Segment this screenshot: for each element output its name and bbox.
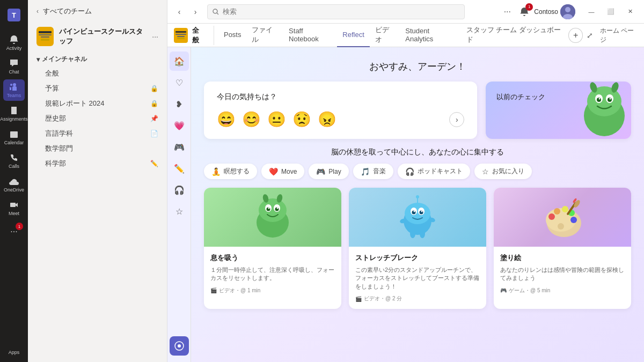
user-area[interactable]: Contoso: [534, 4, 575, 19]
tab-files-label: ファイル: [252, 25, 278, 45]
lock-icon: 🔒: [150, 85, 158, 92]
previous-card[interactable]: 以前のチェック: [486, 82, 631, 139]
tab-files[interactable]: ファイル: [246, 24, 283, 47]
activity-icon[interactable]: Activity: [3, 32, 25, 54]
activity-bar: T Activity Chat Teams Assignments Calend…: [0, 0, 28, 362]
card-breathe[interactable]: 息を吸う １分間一時停止して、注意深く呼吸し、フォーカスをリセットします。 🎬 …: [204, 188, 341, 309]
card-coloring-meta: 🎮 ゲーム・@ 5 min: [500, 287, 625, 294]
emoji-very-happy[interactable]: 😄: [217, 110, 236, 128]
minimize-button[interactable]: —: [582, 4, 601, 19]
mood-card: 今日の気持ちは？ 😄 😊 😐 😟 😠 ›: [204, 82, 477, 139]
tab-bar-right: ⤢ ホーム ページ: [583, 26, 638, 45]
content-cards: 息を吸う １分間一時停止して、注意深く呼吸し、フォーカスをリセットします。 🎬 …: [204, 188, 631, 309]
reflect-pen-icon[interactable]: ✏️: [170, 159, 189, 178]
close-button[interactable]: ✕: [620, 4, 640, 19]
card-coloring[interactable]: 塗り絵 あなたのりレンはは感情や冒険の範囲を探検してみましょう 🎮 ゲーム・@ …: [494, 188, 631, 309]
svg-point-23: [599, 98, 601, 99]
reflect-heartbeat-icon[interactable]: 💗: [170, 116, 189, 135]
svg-rect-2: [10, 131, 18, 138]
tab-posts[interactable]: Posts: [218, 24, 247, 47]
chevron-down-icon: ▾: [36, 56, 40, 63]
tab-staff-dashboard[interactable]: スタッフ チーム ダッシュボード: [461, 24, 567, 47]
chip-podcast[interactable]: 🎧 ポッドキャスト: [398, 164, 470, 179]
meet-icon[interactable]: Meet: [3, 197, 25, 219]
forward-button[interactable]: ›: [188, 4, 203, 19]
sidebar-back-button[interactable]: ‹ すべてのチーム: [28, 0, 167, 23]
chip-move[interactable]: ❤️ Move: [261, 164, 304, 179]
channel-label: 全般: [192, 26, 205, 45]
channel-item-report[interactable]: 規範レポート 2024 🔒: [28, 96, 167, 111]
back-label: すべてのチーム: [43, 6, 92, 16]
team-info: パインビュースクールスタッフ ···: [28, 23, 167, 53]
emoji-sad[interactable]: 😟: [292, 110, 311, 128]
game-icon-2: 🎮: [500, 287, 507, 293]
more-button[interactable]: ···: [500, 4, 515, 19]
reflect-game-icon[interactable]: 🎮: [170, 137, 189, 157]
notification-badge: 1: [16, 223, 23, 230]
chip-play-label: Play: [328, 168, 341, 175]
chip-move-label: Move: [281, 168, 297, 175]
chip-play[interactable]: 🎮 Play: [309, 164, 348, 179]
tab-student-analytics[interactable]: Student Analytics: [400, 24, 460, 47]
reflect-app-icon[interactable]: [170, 336, 189, 356]
onedrive-icon[interactable]: OneDrive: [3, 174, 25, 195]
channel-item-math[interactable]: 数学部門: [28, 141, 167, 156]
emoji-happy[interactable]: 😊: [242, 110, 261, 128]
channel-item-budget[interactable]: 予算 🔒: [28, 81, 167, 96]
channel-item-science[interactable]: 科学部 ✏️: [28, 156, 167, 171]
calls-icon[interactable]: Calls: [3, 150, 25, 172]
chip-favorites[interactable]: ☆ お気に入り: [474, 164, 532, 179]
file-icon: 📄: [150, 130, 158, 137]
svg-rect-4: [39, 31, 52, 33]
search-input[interactable]: [223, 8, 460, 16]
reflect-headphone-icon[interactable]: 🎧: [170, 180, 189, 200]
restore-button[interactable]: ⬜: [601, 4, 620, 19]
chip-music[interactable]: 🎵 音楽: [353, 164, 393, 179]
team-sidebar: ‹ すべてのチーム パインビュースクールスタッフ ··· ▾ メインチャネル 全…: [28, 0, 167, 362]
user-name: Contoso: [534, 8, 558, 16]
calendar-label: Calendar: [4, 140, 24, 145]
reflect-heart-icon[interactable]: ♡: [170, 73, 189, 92]
apps-icon[interactable]: Apps: [3, 336, 25, 358]
notification-button[interactable]: 1: [517, 4, 532, 19]
tab-reflect[interactable]: Reflect: [337, 24, 369, 47]
svg-point-43: [414, 211, 415, 212]
tab-staff-notebook[interactable]: Staff Notebook: [283, 24, 337, 47]
emoji-neutral[interactable]: 😐: [267, 110, 286, 128]
tab-video[interactable]: ビデオ: [370, 24, 400, 47]
reflect-star-icon[interactable]: ☆: [170, 202, 189, 221]
search-box[interactable]: [207, 4, 465, 19]
chat-icon[interactable]: Chat: [3, 56, 25, 77]
home-page-button[interactable]: ホーム ページ: [600, 26, 638, 45]
previous-card-monster: [567, 82, 631, 139]
svg-point-48: [420, 230, 425, 238]
notification-button[interactable]: ··· 1: [3, 221, 25, 242]
team-menu-button[interactable]: ···: [152, 32, 158, 41]
channel-section-header[interactable]: ▾ メインチャネル: [28, 53, 167, 66]
svg-point-10: [565, 7, 570, 12]
reflect-double-heart-icon[interactable]: ❥: [170, 94, 189, 114]
channel-item-history[interactable]: 歴史部 📌: [28, 111, 167, 126]
tab-posts-label: Posts: [224, 31, 241, 39]
teams-icon[interactable]: Teams: [3, 79, 25, 101]
svg-rect-3: [10, 203, 16, 207]
chip-meditate[interactable]: 🧘 瞑想する: [204, 164, 257, 179]
back-button[interactable]: ‹: [172, 4, 187, 19]
podcast-icon: 🎧: [405, 167, 414, 176]
add-tab-button[interactable]: +: [568, 28, 582, 43]
palette-icon: [494, 188, 631, 247]
card-stretch[interactable]: ストレッチブレーク この素早い2分のスタンドアップルーチンで、フォーカスをストレ…: [349, 188, 486, 309]
top-bar: ‹ › ··· 1 Contoso: [167, 0, 644, 24]
reflect-home-icon[interactable]: 🏠: [170, 51, 189, 71]
mood-next-button[interactable]: ›: [449, 112, 464, 127]
chip-favorites-label: お気に入り: [492, 167, 524, 176]
emoji-angry[interactable]: 😠: [318, 110, 336, 128]
channel-item-general[interactable]: 全般: [28, 66, 167, 81]
channel-name: 予算: [45, 84, 59, 93]
channel-item-language[interactable]: 言語学科 📄: [28, 126, 167, 141]
calendar-icon[interactable]: Calendar: [3, 127, 25, 148]
teams-label: Teams: [7, 93, 21, 98]
monster-blue-icon: [349, 188, 486, 247]
expand-icon[interactable]: ⤢: [583, 28, 597, 43]
assignments-icon[interactable]: Assignments: [3, 103, 25, 124]
